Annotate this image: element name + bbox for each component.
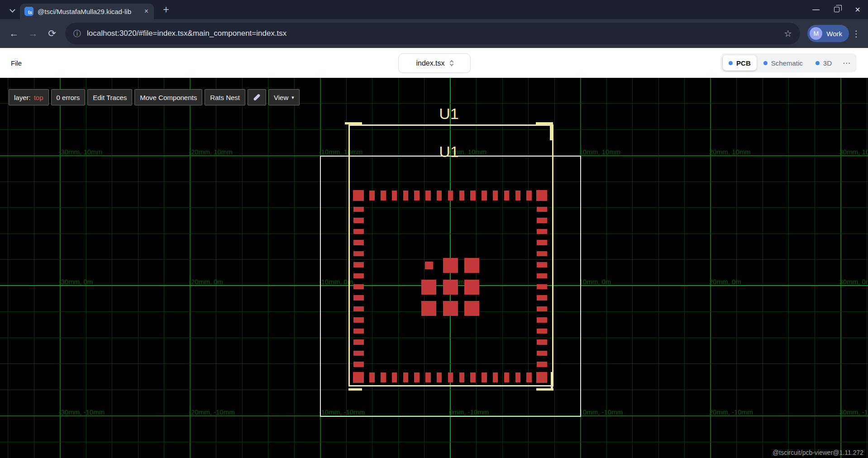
pcb-pad[interactable] [515, 372, 521, 382]
pcb-pad[interactable] [537, 207, 547, 212]
minimize-button[interactable]: — [806, 0, 826, 19]
pcb-pad[interactable] [353, 284, 364, 290]
errors-button[interactable]: 0 errors [51, 89, 86, 105]
tab-schematic[interactable]: Schematic [758, 55, 809, 71]
pcb-pad[interactable] [537, 251, 547, 257]
pcb-pad[interactable] [537, 339, 547, 345]
new-tab-button[interactable]: + [159, 3, 173, 16]
pcb-pad[interactable] [482, 191, 487, 200]
pcb-pad[interactable] [369, 372, 375, 382]
pcb-canvas[interactable]: layer: top 0 errors Edit Traces Move Com… [0, 78, 868, 458]
pcb-pad[interactable] [353, 251, 364, 257]
pcb-pad[interactable] [515, 191, 521, 200]
pcb-pad[interactable] [493, 191, 498, 200]
pcb-pad[interactable] [381, 372, 386, 382]
rats-nest-button[interactable]: Rats Nest [205, 89, 245, 105]
pcb-pad[interactable] [421, 280, 436, 295]
reload-button[interactable]: ⟳ [43, 24, 62, 43]
pcb-pad[interactable] [537, 362, 547, 367]
pcb-pad[interactable] [353, 240, 364, 245]
edit-tool-button[interactable] [248, 89, 266, 105]
pcb-pad[interactable] [443, 301, 458, 316]
pcb-pad[interactable] [504, 191, 510, 200]
pcb-pad[interactable] [493, 372, 498, 382]
bookmark-star-icon[interactable]: ☆ [784, 28, 792, 39]
pcb-pad[interactable] [353, 229, 364, 234]
pcb-pad[interactable] [443, 258, 458, 273]
pcb-pad[interactable] [537, 273, 547, 279]
pcb-pad[interactable] [537, 317, 547, 323]
browser-menu-button[interactable]: ⋮ [849, 29, 863, 39]
pcb-pad[interactable] [536, 372, 547, 383]
pcb-pad[interactable] [392, 191, 397, 200]
pcb-pad[interactable] [425, 191, 431, 200]
pcb-pad[interactable] [425, 262, 433, 270]
pcb-pad[interactable] [526, 372, 532, 382]
pcb-pad[interactable] [353, 190, 364, 201]
pcb-pad[interactable] [392, 372, 397, 382]
pcb-pad[interactable] [459, 372, 465, 382]
forward-button[interactable]: → [24, 24, 43, 43]
pcb-pad[interactable] [403, 191, 409, 200]
pcb-pad[interactable] [353, 339, 364, 345]
edit-traces-button[interactable]: Edit Traces [87, 89, 132, 105]
pcb-pad[interactable] [425, 372, 431, 382]
pcb-pad[interactable] [369, 191, 375, 200]
pcb-pad[interactable] [537, 306, 547, 312]
pcb-pad[interactable] [353, 273, 364, 279]
pcb-pad[interactable] [443, 280, 458, 295]
pcb-pad[interactable] [353, 351, 364, 356]
tab-close-icon[interactable]: × [143, 7, 149, 15]
pcb-pad[interactable] [353, 362, 364, 367]
pcb-pad[interactable] [353, 372, 364, 383]
pcb-pad[interactable] [464, 301, 479, 316]
pcb-pad[interactable] [537, 284, 547, 290]
pcb-pad[interactable] [437, 372, 442, 382]
pcb-pad[interactable] [470, 372, 476, 382]
back-button[interactable]: ← [5, 24, 24, 43]
pcb-pad[interactable] [470, 191, 476, 200]
file-menu[interactable]: File [11, 59, 22, 67]
url-text[interactable]: localhost:3020/#file=index.tsx&main_comp… [87, 29, 778, 38]
pcb-pad[interactable] [504, 372, 510, 382]
pcb-pad[interactable] [537, 329, 547, 334]
pcb-pad[interactable] [536, 190, 547, 201]
pcb-pad[interactable] [353, 262, 364, 267]
pcb-pad[interactable] [353, 295, 364, 301]
browser-tab[interactable]: ts @tsci/MustafaMulla29.kicad-lib × [20, 4, 154, 19]
pcb-pad[interactable] [381, 191, 386, 200]
pcb-pad[interactable] [448, 191, 453, 200]
pcb-pad[interactable] [403, 372, 409, 382]
pcb-pad[interactable] [482, 372, 487, 382]
pcb-pad[interactable] [414, 191, 420, 200]
view-menu-button[interactable]: View ▾ [268, 89, 300, 105]
pcb-pad[interactable] [537, 262, 547, 267]
pcb-pad[interactable] [421, 301, 436, 316]
site-info-icon[interactable]: ⓘ [73, 29, 81, 39]
pcb-pad[interactable] [353, 306, 364, 312]
tab-search-button[interactable] [6, 5, 18, 16]
pcb-pad[interactable] [464, 280, 479, 295]
pcb-pad[interactable] [537, 218, 547, 223]
file-selector[interactable]: index.tsx [398, 53, 471, 73]
pcb-pad[interactable] [537, 240, 547, 245]
pcb-pad[interactable] [353, 329, 364, 334]
tab-pcb[interactable]: PCB [723, 55, 757, 71]
pcb-pad[interactable] [464, 258, 479, 273]
pcb-pad[interactable] [353, 317, 364, 323]
pcb-pad[interactable] [414, 372, 420, 382]
restore-button[interactable] [826, 0, 847, 19]
pcb-pad[interactable] [537, 295, 547, 301]
move-components-button[interactable]: Move Components [134, 89, 202, 105]
tab-3d[interactable]: 3D [810, 55, 838, 71]
address-bar[interactable]: ⓘ localhost:3020/#file=index.tsx&main_co… [65, 23, 800, 44]
pcb-pad[interactable] [437, 191, 442, 200]
pcb-pad[interactable] [537, 229, 547, 234]
more-views-button[interactable]: ⋯ [839, 58, 854, 68]
profile-chip[interactable]: M Work [807, 25, 849, 42]
pcb-pad[interactable] [537, 351, 547, 356]
pcb-pad[interactable] [353, 207, 364, 212]
close-button[interactable]: × [847, 0, 868, 19]
pcb-pad[interactable] [448, 372, 453, 382]
pcb-pad[interactable] [459, 191, 465, 200]
